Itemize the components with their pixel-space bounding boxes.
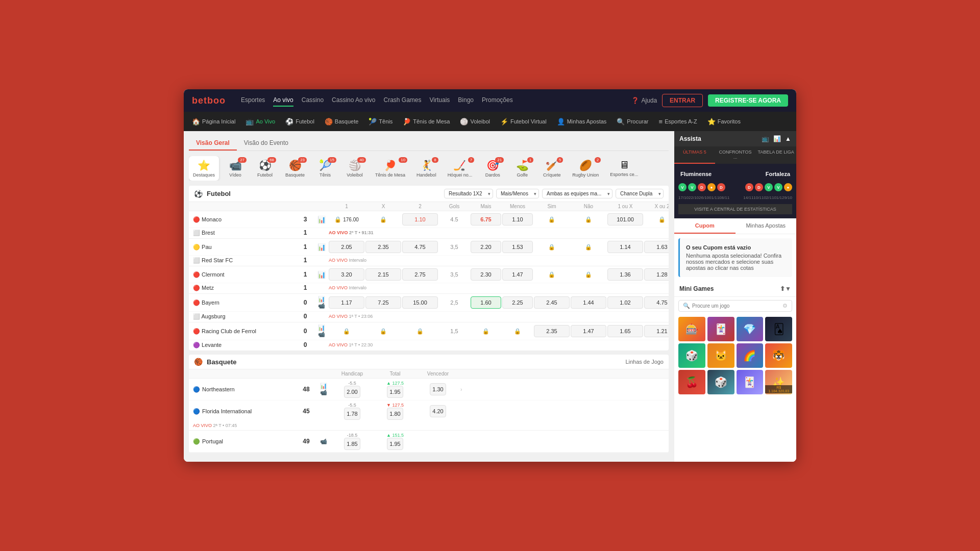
- game-tiger[interactable]: 🐯: [765, 343, 792, 368]
- odd-monaco-x2[interactable]: 🔒: [644, 216, 669, 223]
- odd-clermont-sim[interactable]: 🔒: [534, 271, 570, 278]
- sec-nav-basquete[interactable]: 🏀 Basquete: [321, 115, 362, 129]
- sport-voleibol[interactable]: 40 🏐 Voleibol: [341, 156, 368, 181]
- odd-bayern-x[interactable]: 7.25: [365, 296, 401, 309]
- odd-monaco-menos[interactable]: 1.10: [502, 213, 533, 226]
- stats-panel-icon[interactable]: 📊: [773, 135, 781, 142]
- odd-bayern-sim[interactable]: 2.45: [534, 296, 570, 309]
- tab-visao-geral[interactable]: Visão Geral: [189, 136, 237, 151]
- odd-clermont-x[interactable]: 2.15: [365, 268, 401, 281]
- odd-bayern-2[interactable]: 15.00: [402, 296, 438, 309]
- sec-nav-favoritos[interactable]: ⭐ Favoritos: [703, 115, 745, 129]
- game-solitaire[interactable]: 🃏: [737, 370, 764, 394]
- sec-nav-esportes-az[interactable]: ≡ Esportes A-Z: [655, 115, 701, 129]
- game-sweet[interactable]: 🌈: [737, 343, 764, 368]
- odd-racing-1[interactable]: 🔒: [329, 328, 364, 335]
- nav-ao-vivo[interactable]: Ao vivo: [273, 94, 293, 107]
- game-gates[interactable]: 🃏: [707, 317, 734, 341]
- odd-portugal-t[interactable]: 1.95: [387, 438, 403, 450]
- odd-pau-nao[interactable]: 🔒: [571, 244, 606, 251]
- sport-dardos[interactable]: 21 🎯 Dardos: [479, 156, 506, 181]
- sec-nav-tenis[interactable]: 🎾 Tênis: [364, 115, 397, 129]
- help-button[interactable]: ❓ Ajuda: [631, 97, 657, 104]
- odd-monaco-x[interactable]: 🔒: [365, 216, 401, 223]
- nav-bingo[interactable]: Bingo: [458, 94, 474, 107]
- odd-portugal-h[interactable]: 1.85: [344, 438, 360, 450]
- odd-bayern-1x[interactable]: 1.02: [607, 296, 643, 309]
- filter-mini-icon[interactable]: ⚙: [782, 303, 788, 309]
- odd-clermont-menos[interactable]: 1.47: [502, 268, 533, 281]
- nav-promocoes[interactable]: Promoções: [482, 94, 513, 107]
- sport-critique[interactable]: 5 🏏 Críquete: [538, 156, 565, 181]
- odd-racing-x[interactable]: 🔒: [365, 328, 401, 335]
- sec-nav-minhas-apostas[interactable]: 👤 Minhas Apostas: [553, 115, 611, 129]
- odd-clermont-2[interactable]: 2.75: [402, 268, 438, 281]
- game-big-bonanza[interactable]: 🎰: [678, 317, 705, 341]
- odd-racing-menos[interactable]: 🔒: [502, 328, 533, 335]
- tab-visao-evento[interactable]: Visão do Evento: [237, 136, 296, 151]
- sec-nav-pagina-inicial[interactable]: 🏠 Página Inicial: [188, 115, 239, 129]
- nav-esportes[interactable]: Esportes: [241, 94, 265, 107]
- sport-futebol[interactable]: 68 ⚽ Futebol: [252, 156, 278, 181]
- odd-pau-x2[interactable]: 1.63: [644, 241, 669, 253]
- odd-racing-2[interactable]: 🔒: [402, 328, 438, 335]
- odd-bayern-nao[interactable]: 1.44: [571, 296, 606, 309]
- sport-hoquei[interactable]: 7 🏒 Hóquei no...: [444, 156, 477, 181]
- odd-northeastern-t[interactable]: 1.95: [387, 386, 403, 398]
- nav-cassino[interactable]: Cassino: [302, 94, 324, 107]
- odd-monaco-mais[interactable]: 6.75: [471, 213, 501, 226]
- filter-ambas[interactable]: Ambas as equipes ma...: [542, 189, 612, 198]
- sec-nav-voleibol[interactable]: 🏐 Voleibol: [456, 115, 494, 129]
- tab-tabela-liga[interactable]: TABELA DE LIGA: [755, 146, 796, 164]
- odd-pau-mais[interactable]: 2.20: [471, 241, 501, 253]
- nav-cassino-ao-vivo[interactable]: Cassino Ao vivo: [332, 94, 375, 107]
- sport-esportes-ce[interactable]: 🖥 Esportes ce...: [606, 156, 642, 181]
- game-pachinko[interactable]: 🐱: [707, 343, 734, 368]
- tab-ultimas5[interactable]: ÚLTIMAS 5: [674, 146, 715, 164]
- odd-racing-x2[interactable]: 1.21: [644, 325, 669, 337]
- nav-virtuais[interactable]: Virtuais: [430, 94, 450, 107]
- stats-bayern[interactable]: 📊 📹: [315, 296, 328, 309]
- game-az-istenek[interactable]: ✨ R$ 1.184.320,83: [765, 370, 792, 394]
- tv-icon[interactable]: 📺: [762, 135, 769, 142]
- odd-bayern-1[interactable]: 1.17: [329, 296, 364, 309]
- sport-destaques[interactable]: ⭐ Destaques: [189, 156, 219, 181]
- mini-games-icon[interactable]: ⬆▼: [780, 285, 791, 292]
- sec-nav-tenis-mesa[interactable]: 🏓 Tênis de Mesa: [399, 115, 454, 129]
- odd-bayern-x2[interactable]: 4.75: [644, 296, 669, 309]
- sec-nav-futebol-virtual[interactable]: ⚡ Futebol Virtual: [496, 115, 551, 129]
- odd-florida-t[interactable]: 1.80: [387, 408, 403, 420]
- odd-pau-1[interactable]: 2.05: [329, 241, 364, 253]
- odd-pau-1x[interactable]: 1.14: [607, 241, 643, 253]
- game-blackjack[interactable]: 🂡: [765, 317, 792, 341]
- odd-monaco-2[interactable]: 1.10: [402, 213, 438, 226]
- odd-racing-nao[interactable]: 1.47: [571, 325, 606, 337]
- game-rabbit[interactable]: 🍒: [678, 370, 705, 394]
- tab-minhas-apostas[interactable]: Minhas Apostas: [736, 218, 797, 234]
- odd-racing-sim[interactable]: 2.35: [534, 325, 570, 337]
- odd-clermont-mais[interactable]: 2.30: [471, 268, 501, 281]
- odd-florida-h[interactable]: 1.78: [344, 408, 360, 420]
- odd-northeastern-w[interactable]: 1.30: [430, 383, 446, 395]
- odd-monaco-1[interactable]: 🔒 176.00: [329, 216, 364, 223]
- filter-mais-menos[interactable]: Mais/Menos: [496, 189, 539, 198]
- odd-monaco-1x[interactable]: 101.00: [607, 213, 643, 226]
- entrar-button[interactable]: ENTRAR: [662, 94, 703, 107]
- sport-handebol[interactable]: 8 🤾 Handebol: [412, 156, 440, 181]
- odd-pau-sim[interactable]: 🔒: [534, 244, 570, 251]
- visit-statistics-button[interactable]: VISITE A CENTRAL DE ESTATÍSTICAS: [678, 204, 792, 214]
- sport-tenis-mesa[interactable]: 10 🏓 Tênis de Mesa: [371, 156, 409, 181]
- odd-florida-w[interactable]: 4.20: [430, 405, 446, 417]
- odd-racing-1x[interactable]: 1.65: [607, 325, 643, 337]
- collapse-icon[interactable]: ▲: [785, 135, 791, 142]
- game-blish[interactable]: 💎: [737, 317, 764, 341]
- nav-crash-games[interactable]: Crash Games: [383, 94, 421, 107]
- sport-tenis[interactable]: 15 🎾 Tênis: [312, 156, 338, 181]
- filter-resultado[interactable]: Resultado 1X2: [444, 189, 493, 198]
- sec-nav-futebol[interactable]: ⚽ Futebol: [281, 115, 318, 129]
- sec-nav-procurar[interactable]: 🔍 Procurar: [612, 115, 652, 129]
- tab-cupom[interactable]: Cupom: [674, 218, 736, 234]
- odd-clermont-x2[interactable]: 1.28: [644, 268, 669, 281]
- sport-basquete[interactable]: 23 🏀 Basquete: [281, 156, 309, 181]
- more-northeastern[interactable]: ›: [460, 387, 501, 392]
